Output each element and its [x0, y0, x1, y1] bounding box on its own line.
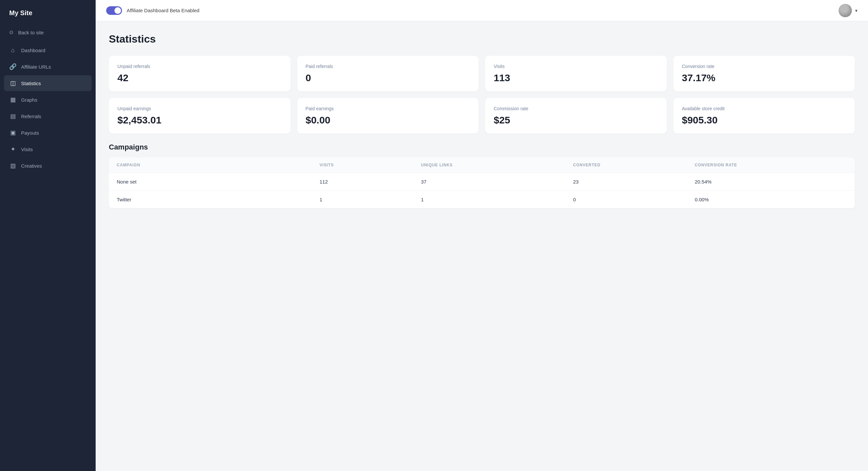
avatar-photo [839, 4, 852, 17]
table-header-col-3: CONVERTED [573, 163, 695, 167]
sidebar-item-referrals[interactable]: ▤Referrals [4, 108, 92, 124]
main-content: Affiliate Dashboard Beta Enabled ▾ Stati… [96, 0, 868, 471]
table-body: None set112372320.54%Twitter1100.00% [109, 173, 855, 208]
sidebar-item-affiliate-urls-label: Affiliate URLs [21, 64, 51, 70]
sidebar-nav: ⌂Dashboard🔗Affiliate URLs◫Statistics▦Gra… [0, 42, 96, 174]
sidebar-item-graphs-label: Graphs [21, 97, 37, 102]
stat-label-row1-1: Paid referrals [306, 64, 470, 69]
table-cell-0-unique-links-count: 37 [421, 179, 573, 184]
stat-card-row1-0: Unpaid referrals42 [109, 56, 290, 91]
stat-value-row2-3: $905.30 [682, 115, 846, 126]
table-cell-1-campaign-name: Twitter [117, 197, 319, 202]
back-icon: ⊙ [9, 29, 13, 35]
campaigns-table: CAMPAIGNVISITSUNIQUE LINKSCONVERTEDCONVE… [109, 157, 855, 208]
stat-card-row2-3: Available store credit$905.30 [674, 98, 855, 134]
toggle-knob [115, 7, 121, 14]
graphs-icon: ▦ [9, 96, 17, 103]
campaigns-section: Campaigns CAMPAIGNVISITSUNIQUE LINKSCONV… [109, 143, 855, 208]
stat-value-row2-1: $0.00 [306, 115, 470, 126]
stat-value-row2-0: $2,453.01 [117, 115, 282, 126]
page-content: Statistics Unpaid referrals42Paid referr… [96, 21, 868, 471]
stat-label-row1-3: Conversion rate [682, 64, 846, 69]
chevron-down-icon: ▾ [855, 8, 858, 13]
stat-value-row2-2: $25 [494, 115, 658, 126]
table-cell-0-conversion-rate: 20.54% [695, 179, 847, 184]
stat-card-row1-2: Visits113 [485, 56, 667, 91]
table-header: CAMPAIGNVISITSUNIQUE LINKSCONVERTEDCONVE… [109, 157, 855, 173]
back-to-site-label: Back to site [18, 30, 44, 35]
sidebar-item-payouts-label: Payouts [21, 130, 39, 136]
stat-label-row2-0: Unpaid earnings [117, 106, 282, 111]
stat-label-row2-1: Paid earnings [306, 106, 470, 111]
stat-value-row1-1: 0 [306, 72, 470, 84]
table-cell-1-conversion-rate: 0.00% [695, 197, 847, 202]
stat-card-row2-2: Commission rate$25 [485, 98, 667, 134]
table-cell-1-converted-count: 0 [573, 197, 695, 202]
sidebar-item-visits[interactable]: ✦Visits [4, 141, 92, 157]
sidebar-item-dashboard[interactable]: ⌂Dashboard [4, 42, 92, 58]
stat-label-row1-2: Visits [494, 64, 658, 69]
table-cell-1-unique-links-count: 1 [421, 197, 573, 202]
avatar [839, 4, 852, 17]
statistics-icon: ◫ [9, 80, 17, 87]
user-menu-button[interactable]: ▾ [839, 4, 858, 17]
table-header-col-1: VISITS [319, 163, 421, 167]
sidebar-item-creatives-label: Creatives [21, 163, 42, 169]
header-left: Affiliate Dashboard Beta Enabled [106, 6, 199, 15]
dashboard-icon: ⌂ [9, 47, 17, 54]
stat-card-row1-3: Conversion rate37.17% [674, 56, 855, 91]
stat-value-row1-3: 37.17% [682, 72, 846, 84]
sidebar-item-referrals-label: Referrals [21, 114, 41, 119]
stat-value-row1-2: 113 [494, 72, 658, 84]
visits-icon: ✦ [9, 146, 17, 153]
sidebar-item-affiliate-urls[interactable]: 🔗Affiliate URLs [4, 59, 92, 75]
stat-value-row1-0: 42 [117, 72, 282, 84]
campaigns-title: Campaigns [109, 143, 855, 151]
back-to-site-button[interactable]: ⊙ Back to site [0, 25, 96, 40]
stat-card-row1-1: Paid referrals0 [297, 56, 479, 91]
sidebar-item-payouts[interactable]: ▣Payouts [4, 125, 92, 141]
stats-row-1: Unpaid referrals42Paid referrals0Visits1… [109, 56, 855, 91]
table-header-col-4: CONVERSION RATE [695, 163, 847, 167]
toggle-label: Affiliate Dashboard Beta Enabled [127, 8, 199, 13]
table-row: None set112372320.54% [109, 173, 855, 191]
stat-label-row2-2: Commission rate [494, 106, 658, 111]
header: Affiliate Dashboard Beta Enabled ▾ [96, 0, 868, 21]
sidebar-item-statistics-label: Statistics [21, 81, 41, 86]
affiliate-urls-icon: 🔗 [9, 63, 17, 70]
table-cell-1-visits-count: 1 [319, 197, 421, 202]
sidebar-item-graphs[interactable]: ▦Graphs [4, 92, 92, 108]
referrals-icon: ▤ [9, 113, 17, 120]
page-title: Statistics [109, 33, 855, 45]
table-cell-0-campaign-name: None set [117, 179, 319, 184]
stat-label-row1-0: Unpaid referrals [117, 64, 282, 69]
table-cell-0-visits-count: 112 [319, 179, 421, 184]
sidebar-item-statistics[interactable]: ◫Statistics [4, 75, 92, 91]
table-header-col-0: CAMPAIGN [117, 163, 319, 167]
stats-row-2: Unpaid earnings$2,453.01Paid earnings$0.… [109, 98, 855, 134]
payouts-icon: ▣ [9, 129, 17, 136]
creatives-icon: ▧ [9, 162, 17, 169]
site-title: My Site [0, 0, 96, 25]
stat-card-row2-0: Unpaid earnings$2,453.01 [109, 98, 290, 134]
sidebar: My Site ⊙ Back to site ⌂Dashboard🔗Affili… [0, 0, 96, 471]
stat-label-row2-3: Available store credit [682, 106, 846, 111]
table-row: Twitter1100.00% [109, 191, 855, 208]
stat-card-row2-1: Paid earnings$0.00 [297, 98, 479, 134]
affiliate-dashboard-toggle[interactable] [106, 6, 122, 15]
sidebar-item-visits-label: Visits [21, 147, 33, 152]
table-cell-0-converted-count: 23 [573, 179, 695, 184]
sidebar-item-creatives[interactable]: ▧Creatives [4, 158, 92, 174]
sidebar-item-dashboard-label: Dashboard [21, 48, 45, 53]
table-header-col-2: UNIQUE LINKS [421, 163, 573, 167]
